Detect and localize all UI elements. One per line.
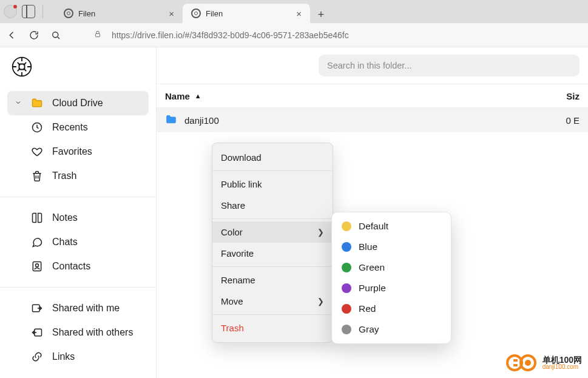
sidebar-item-label: Notes — [52, 212, 78, 223]
separator — [212, 314, 333, 315]
trash-icon — [30, 170, 44, 182]
tab-favicon-icon — [191, 8, 201, 18]
svg-point-6 — [36, 264, 39, 267]
divider — [42, 5, 43, 18]
search-input[interactable] — [319, 55, 580, 76]
swatch-icon — [342, 263, 351, 272]
search-field[interactable] — [327, 61, 571, 70]
ctx-download[interactable]: Download — [212, 147, 333, 168]
profile-icon[interactable] — [4, 5, 17, 18]
back-button[interactable] — [6, 29, 18, 41]
column-size[interactable]: Siz — [555, 91, 580, 101]
url-text[interactable]: https://drive.filen.io/#/34f8d932-b0d9-4… — [112, 30, 349, 40]
nav-group: Shared with me Shared with others Links — [0, 294, 156, 371]
book-icon — [30, 212, 44, 224]
watermark-logo-icon — [506, 353, 539, 373]
ctx-rename[interactable]: Rename — [212, 269, 333, 291]
shared-out-icon — [30, 326, 44, 339]
sidebar-item-shared-with-me[interactable]: Shared with me — [7, 296, 149, 320]
color-blue[interactable]: Blue — [332, 237, 451, 257]
sidebar-item-label: Favorites — [52, 146, 92, 157]
clock-icon — [30, 121, 44, 133]
color-gray[interactable]: Gray — [332, 319, 451, 340]
new-tab-button[interactable]: + — [313, 6, 329, 23]
swatch-icon — [342, 283, 351, 293]
brand-logo[interactable] — [0, 53, 156, 89]
separator — [212, 218, 333, 219]
sidebar-item-label: Shared with others — [52, 327, 133, 338]
contacts-icon — [30, 260, 44, 272]
chevron-right-icon: ❯ — [317, 228, 324, 237]
lock-icon[interactable] — [93, 30, 102, 41]
table-row[interactable]: danji100 0 E — [157, 108, 588, 132]
divider — [0, 287, 156, 288]
sidebar-item-notes[interactable]: Notes — [7, 206, 149, 230]
sidebar-item-label: Recents — [52, 122, 88, 133]
tab-title: Filen — [78, 9, 95, 18]
divider — [0, 197, 156, 197]
chevron-right-icon: ❯ — [317, 297, 324, 306]
sidebar-item-contacts[interactable]: Contacts — [7, 254, 149, 278]
tab-inactive[interactable]: Filen × — [55, 4, 183, 23]
sidebar-item-label: Trash — [52, 170, 76, 181]
watermark-url: danji100.com — [542, 364, 582, 370]
tab-favicon-icon — [64, 8, 73, 18]
sidebar-item-shared-with-others[interactable]: Shared with others — [7, 320, 149, 345]
shared-in-icon — [30, 302, 44, 314]
sidebar-item-cloud-drive[interactable]: Cloud Drive — [7, 91, 149, 115]
sidebar-item-label: Contacts — [52, 261, 90, 272]
file-name: danji100 — [184, 115, 555, 126]
color-green[interactable]: Green — [332, 257, 451, 278]
column-label: Siz — [566, 91, 580, 101]
sidebar-item-links[interactable]: Links — [7, 345, 149, 369]
swatch-icon — [342, 325, 351, 334]
color-purple[interactable]: Purple — [332, 278, 451, 299]
sidebar-item-favorites[interactable]: Favorites — [7, 140, 149, 164]
context-menu: Download Public link Share Color ❯ Favor… — [212, 143, 333, 343]
link-icon — [30, 351, 44, 363]
table-header: Name ▲ Siz — [157, 84, 588, 108]
swatch-icon — [342, 221, 351, 231]
tab-title: Filen — [206, 9, 223, 18]
address-bar: https://drive.filen.io/#/34f8d932-b0d9-4… — [0, 23, 588, 47]
color-submenu: Default Blue Green Purple Red Gray — [331, 212, 451, 344]
folder-icon — [30, 97, 44, 109]
svg-rect-5 — [33, 262, 41, 271]
topbar — [157, 47, 588, 84]
tab-active[interactable]: Filen × — [183, 4, 310, 23]
search-icon[interactable] — [50, 29, 62, 41]
ctx-public-link[interactable]: Public link — [212, 174, 333, 195]
ctx-trash[interactable]: Trash — [212, 317, 333, 339]
sidebar-item-label: Cloud Drive — [52, 98, 103, 109]
sidebar: Cloud Drive Recents Favorites Trash — [0, 47, 157, 378]
sidebar-item-chats[interactable]: Chats — [7, 230, 149, 254]
heart-icon — [30, 146, 44, 158]
sidebar-item-recents[interactable]: Recents — [7, 115, 149, 140]
browser-tab-strip: Filen × Filen × + — [0, 0, 588, 23]
watermark-text: 单机100网 — [542, 356, 582, 364]
chevron-down-icon — [15, 98, 22, 109]
nav-group: Cloud Drive Recents Favorites Trash — [0, 89, 156, 191]
chat-icon — [30, 236, 44, 248]
svg-point-0 — [53, 32, 58, 37]
nav-group: Notes Chats Contacts — [0, 203, 156, 281]
color-default[interactable]: Default — [332, 216, 451, 237]
reload-button[interactable] — [28, 29, 40, 41]
tabs: Filen × Filen × + — [55, 0, 329, 23]
folder-icon — [165, 113, 178, 127]
sidebar-item-label: Links — [52, 351, 75, 362]
ctx-favorite[interactable]: Favorite — [212, 243, 333, 264]
close-icon[interactable]: × — [296, 8, 302, 19]
column-label: Name — [165, 91, 190, 101]
ctx-move[interactable]: Move ❯ — [212, 291, 333, 312]
color-red[interactable]: Red — [332, 299, 451, 319]
close-icon[interactable]: × — [169, 8, 174, 19]
swatch-icon — [342, 304, 351, 314]
sidebar-toggle-icon[interactable] — [22, 5, 35, 18]
ctx-share[interactable]: Share — [212, 195, 333, 216]
ctx-color[interactable]: Color ❯ — [212, 221, 333, 243]
sidebar-item-trash[interactable]: Trash — [7, 164, 149, 188]
separator — [212, 266, 333, 267]
column-name[interactable]: Name ▲ — [165, 91, 555, 101]
swatch-icon — [342, 242, 351, 252]
